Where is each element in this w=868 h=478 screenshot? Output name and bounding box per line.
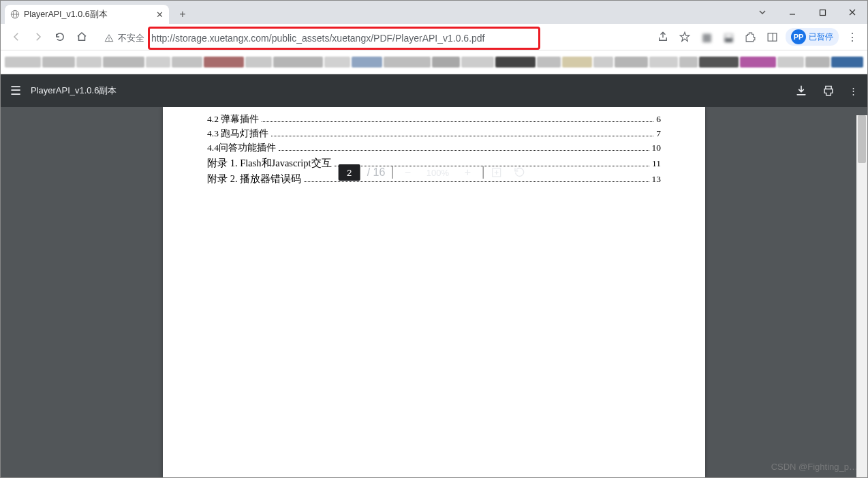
scrollbar-thumb[interactable] xyxy=(858,115,866,163)
bookmark-item[interactable] xyxy=(740,57,776,68)
security-label: 不安全 xyxy=(118,32,144,44)
bookmark-item[interactable] xyxy=(777,57,804,68)
window-dropdown-button[interactable] xyxy=(747,1,777,24)
page-number-input[interactable] xyxy=(339,164,360,181)
extensions-icon[interactable] xyxy=(742,29,758,45)
watermark-text: CSDN @Fighting_p… xyxy=(771,462,858,472)
maximize-button[interactable] xyxy=(807,1,837,24)
bookmark-item[interactable] xyxy=(649,57,677,68)
sidepanel-icon[interactable] xyxy=(764,29,780,45)
bookmark-item[interactable] xyxy=(5,57,41,68)
bookmark-item[interactable] xyxy=(146,57,170,68)
tab-bar: PlayerAPI_v1.0.6副本 ✕ + xyxy=(1,1,867,24)
home-button[interactable] xyxy=(73,28,91,46)
share-icon[interactable] xyxy=(655,29,671,45)
toc-label: 4.4问答功能插件 xyxy=(207,141,276,155)
toc-label: 4.2 弹幕插件 xyxy=(207,113,259,127)
toc-page-number: 13 xyxy=(652,173,662,187)
profile-avatar: PP xyxy=(791,29,806,44)
minimize-button[interactable] xyxy=(777,1,807,24)
profile-paused-chip[interactable]: PP 已暂停 xyxy=(786,28,839,46)
pdf-toolbar-center: / 16 − + xyxy=(339,156,530,189)
pdf-menu-button[interactable]: ☰ xyxy=(10,83,21,98)
toc-leader-dots xyxy=(271,136,653,136)
print-button[interactable] xyxy=(822,84,835,98)
bookmark-item[interactable] xyxy=(537,57,561,68)
pdf-viewer: ☰ PlayerAPI_v1.0.6副本 ⋮ / 16 − + 4.2 弹幕插件… xyxy=(1,74,867,477)
bookmark-star-icon[interactable] xyxy=(677,29,693,45)
tab-title: PlayerAPI_v1.0.6副本 xyxy=(24,9,108,20)
forward-button[interactable] xyxy=(29,28,47,46)
close-window-button[interactable] xyxy=(837,1,867,24)
zoom-level-input[interactable] xyxy=(422,167,452,179)
pdf-document-title: PlayerAPI_v1.0.6副本 xyxy=(31,85,117,97)
bookmarks-bar xyxy=(1,50,867,74)
pdf-toolbar: ☰ PlayerAPI_v1.0.6副本 ⋮ xyxy=(1,74,867,107)
toc-label: 附录 2. 播放器错误码 xyxy=(207,171,301,186)
new-tab-button[interactable]: + xyxy=(173,5,192,24)
toolbar-icon-1[interactable]: ▦ xyxy=(698,29,715,45)
separator xyxy=(482,166,483,179)
toc-leader-dots xyxy=(262,121,653,122)
bookmark-item[interactable] xyxy=(172,57,202,68)
bookmark-item[interactable] xyxy=(76,57,102,68)
paused-label: 已暂停 xyxy=(809,31,833,43)
svg-point-6 xyxy=(108,40,109,41)
bookmark-item[interactable] xyxy=(562,57,591,68)
toc-page-number: 7 xyxy=(656,127,661,141)
toc-label: 4.3 跑马灯插件 xyxy=(207,127,268,141)
back-button[interactable] xyxy=(7,28,25,46)
bookmark-item[interactable] xyxy=(42,57,74,68)
tab-close-button[interactable]: ✕ xyxy=(156,10,164,20)
bookmark-item[interactable] xyxy=(273,57,323,68)
toc-label: 附录 1. Flash和Javascript交互 xyxy=(207,155,332,170)
bookmark-item[interactable] xyxy=(432,57,460,68)
rotate-button[interactable] xyxy=(513,166,529,179)
address-bar: 不安全 http://storage.xuetangx.com/public_a… xyxy=(1,24,867,50)
bookmark-item[interactable] xyxy=(324,57,350,68)
bookmark-item[interactable] xyxy=(679,57,698,68)
fit-page-button[interactable] xyxy=(490,166,506,179)
toc-page-number: 6 xyxy=(656,113,661,127)
svg-rect-1 xyxy=(820,10,825,15)
warning-icon xyxy=(104,33,114,43)
toc-leader-dots xyxy=(279,150,649,151)
bookmark-item[interactable] xyxy=(495,57,536,68)
toc-entry[interactable]: 4.3 跑马灯插件7 xyxy=(207,127,661,141)
active-tab[interactable]: PlayerAPI_v1.0.6副本 ✕ xyxy=(5,5,169,24)
bookmark-item[interactable] xyxy=(615,57,648,68)
bookmark-item[interactable] xyxy=(384,57,431,68)
bookmark-item[interactable] xyxy=(204,57,244,68)
bookmark-item[interactable] xyxy=(245,57,272,68)
bookmark-item[interactable] xyxy=(461,57,493,68)
toolbar-icon-2[interactable]: ⬓ xyxy=(720,29,737,45)
toc-entry[interactable]: 4.4问答功能插件10 xyxy=(207,141,661,155)
addressbar-right: ▦ ⬓ PP 已暂停 ⋮ xyxy=(655,28,861,46)
vertical-scrollbar[interactable] xyxy=(856,115,867,477)
bookmark-item[interactable] xyxy=(103,57,144,68)
security-indicator[interactable]: 不安全 xyxy=(104,32,144,44)
bookmark-item[interactable] xyxy=(699,57,738,68)
separator xyxy=(392,166,392,179)
bookmark-item[interactable] xyxy=(593,57,614,68)
bookmark-item[interactable] xyxy=(831,57,863,68)
bookmark-item[interactable] xyxy=(352,57,382,68)
toc-entry[interactable]: 4.2 弹幕插件6 xyxy=(207,113,661,127)
window-controls xyxy=(747,1,867,24)
browser-menu-button[interactable]: ⋮ xyxy=(844,29,861,45)
zoom-out-button[interactable]: − xyxy=(399,166,416,179)
pdf-more-button[interactable]: ⋮ xyxy=(849,86,858,96)
refresh-button[interactable] xyxy=(51,28,69,46)
globe-icon xyxy=(10,10,20,19)
zoom-in-button[interactable]: + xyxy=(459,166,476,179)
svg-rect-7 xyxy=(768,33,777,40)
toc-page-number: 10 xyxy=(652,141,662,155)
url-text: http://storage.xuetangx.com/public_asset… xyxy=(151,33,485,44)
download-button[interactable] xyxy=(794,84,808,98)
bookmark-item[interactable] xyxy=(805,57,829,68)
toc-page-number: 11 xyxy=(652,157,661,171)
page-total-label: / 16 xyxy=(367,166,386,179)
